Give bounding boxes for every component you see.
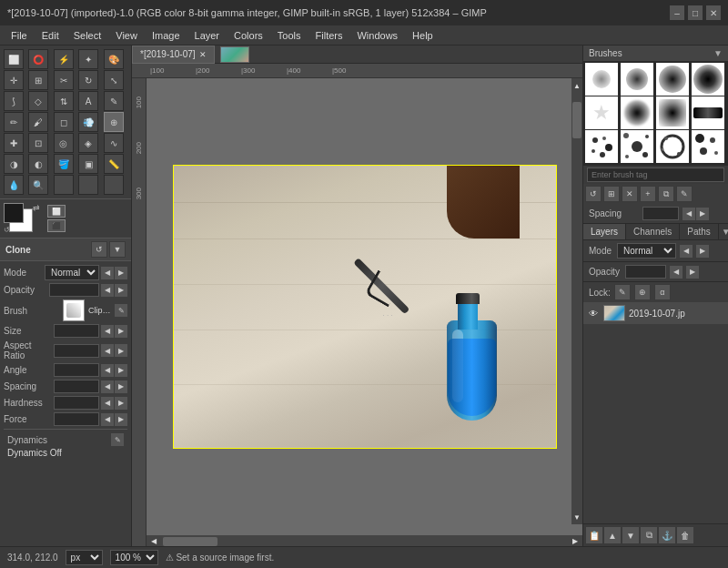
tool-path[interactable]: ✎ xyxy=(104,91,124,111)
tool-fuzzy-select[interactable]: ✦ xyxy=(78,49,98,69)
menu-windows[interactable]: Windows xyxy=(349,28,405,43)
aspect-input[interactable]: 0.00 xyxy=(54,344,99,358)
tool-options-arrow[interactable]: ▼ xyxy=(109,241,126,258)
menu-colors[interactable]: Colors xyxy=(227,28,270,43)
scrollbar-right-btn[interactable]: ▶ xyxy=(568,535,582,546)
angle-prev[interactable]: ◀ xyxy=(101,364,114,377)
menu-filters[interactable]: Filters xyxy=(308,28,350,43)
brush-item-10[interactable] xyxy=(621,130,653,163)
force-prev[interactable]: ◀ xyxy=(101,413,114,426)
tool-eraser[interactable]: ◻ xyxy=(54,112,74,132)
quick-mask-btn[interactable]: ⬜ xyxy=(47,205,66,218)
tool-blend[interactable]: ▣ xyxy=(78,154,98,174)
tool-crop[interactable]: ✂ xyxy=(54,70,74,90)
spacing-next[interactable]: ▶ xyxy=(115,380,127,393)
tool-color-picker[interactable]: 💧 xyxy=(4,175,24,195)
lock-pixels-btn[interactable]: ✎ xyxy=(614,284,631,300)
canvas-scroll[interactable]: · · · ▲ ▼ xyxy=(147,78,582,535)
brush-item-9[interactable] xyxy=(585,130,618,163)
brush-item-1[interactable] xyxy=(585,63,618,96)
brush-grid-btn[interactable]: ⊞ xyxy=(603,186,620,202)
layer-raise-btn[interactable]: ▲ xyxy=(604,527,621,543)
hardness-input[interactable]: 100.0 xyxy=(54,396,99,410)
maximize-button[interactable]: □ xyxy=(688,5,703,20)
tool-free-select[interactable]: ⚡ xyxy=(54,49,74,69)
spacing-next[interactable]: ▶ xyxy=(696,208,709,220)
layer-new-btn[interactable]: 📋 xyxy=(586,527,602,543)
menu-help[interactable]: Help xyxy=(405,28,440,43)
tool-bucket-fill[interactable]: 🪣 xyxy=(54,154,74,174)
layers-mode-select[interactable]: Normal Multiply Screen xyxy=(617,243,676,259)
dynamics-edit[interactable]: ✎ xyxy=(111,433,124,446)
tool-text[interactable]: A xyxy=(78,91,98,111)
menu-tools[interactable]: Tools xyxy=(270,28,308,43)
force-next[interactable]: ▶ xyxy=(115,413,127,426)
brush-add-btn[interactable]: + xyxy=(640,186,656,202)
brush-spacing-input[interactable]: 20.0 xyxy=(642,207,679,220)
channel-btn[interactable]: ⬛ xyxy=(47,219,66,232)
image-tab-close[interactable]: ✕ xyxy=(199,50,207,59)
tool-rect-select[interactable]: ⬜ xyxy=(4,49,24,69)
tool-dodge[interactable]: ◑ xyxy=(4,154,24,174)
layer-anchor-btn[interactable]: ⚓ xyxy=(659,527,675,543)
hardness-prev[interactable]: ◀ xyxy=(101,397,114,410)
brush-item-5[interactable]: ★ xyxy=(585,96,618,129)
tool-rotate[interactable]: ↻ xyxy=(78,70,98,90)
scrollbar-thumb-h[interactable] xyxy=(163,537,217,546)
image-tab[interactable]: *[2019-10-07] ✕ xyxy=(132,46,215,64)
force-input[interactable]: 50.0 xyxy=(54,412,99,426)
zoom-select[interactable]: 100 % 50 % 200 % xyxy=(110,550,158,565)
tool-flip[interactable]: ⇅ xyxy=(54,91,74,111)
spacing-input[interactable]: 20.0 xyxy=(54,380,99,393)
layers-opacity-input[interactable]: 100.0 xyxy=(625,265,666,279)
spacing-prev[interactable]: ◀ xyxy=(682,208,695,220)
tab-layers[interactable]: Layers xyxy=(583,224,626,239)
mode-select[interactable]: Normal Multiply Screen xyxy=(45,265,99,280)
brush-item-2[interactable] xyxy=(621,63,653,96)
mode-next[interactable]: ▶ xyxy=(115,267,127,279)
tool-zoom[interactable]: 🔍 xyxy=(28,175,48,195)
tool-sharpen[interactable]: ◈ xyxy=(78,133,98,153)
brush-item-11[interactable] xyxy=(656,130,689,163)
menu-file[interactable]: File xyxy=(4,28,35,43)
tool-perspective-clone[interactable]: ⊡ xyxy=(28,133,48,153)
brush-delete-btn[interactable]: ✕ xyxy=(622,186,638,202)
scrollbar-thumb-v[interactable] xyxy=(572,102,581,138)
layers-mode-next[interactable]: ▶ xyxy=(696,245,709,258)
menu-image[interactable]: Image xyxy=(145,28,187,43)
unit-select[interactable]: px mm in xyxy=(66,550,103,565)
size-next[interactable]: ▶ xyxy=(115,325,127,338)
tool-align[interactable]: ⊞ xyxy=(28,70,48,90)
brushes-menu-btn[interactable]: ▼ xyxy=(713,48,723,58)
tool-burn[interactable]: ◐ xyxy=(28,154,48,174)
tool-spare3[interactable] xyxy=(104,175,124,195)
scrollbar-left-btn[interactable]: ◀ xyxy=(147,535,161,546)
brush-item-4[interactable] xyxy=(692,63,724,96)
size-input[interactable]: 17.00 xyxy=(54,324,99,338)
tool-smudge[interactable]: ∿ xyxy=(104,133,124,153)
opacity-next[interactable]: ▶ xyxy=(115,284,127,297)
reset-colors-btn[interactable]: ↺ xyxy=(4,226,10,234)
brush-item-12[interactable] xyxy=(692,130,724,163)
tab-paths[interactable]: Paths xyxy=(680,224,719,239)
angle-next[interactable]: ▶ xyxy=(115,364,127,377)
menu-layer[interactable]: Layer xyxy=(187,28,228,43)
tool-move[interactable]: ✛ xyxy=(4,70,24,90)
layers-mode-prev[interactable]: ◀ xyxy=(680,245,693,258)
tool-paintbrush[interactable]: 🖌 xyxy=(28,112,48,132)
opacity-prev[interactable]: ◀ xyxy=(101,284,114,297)
tool-measure[interactable]: 📏 xyxy=(104,154,124,174)
lock-position-btn[interactable]: ⊕ xyxy=(634,284,651,300)
brush-duplicate-btn[interactable]: ⧉ xyxy=(658,186,674,202)
layer-delete-btn[interactable]: 🗑 xyxy=(677,527,693,543)
angle-input[interactable]: 0.00 xyxy=(54,363,99,377)
brush-refresh-btn[interactable]: ↺ xyxy=(585,186,602,202)
size-prev[interactable]: ◀ xyxy=(101,325,114,338)
layer-item[interactable]: 👁 2019-10-07.jp xyxy=(583,302,728,324)
tab-channels[interactable]: Channels xyxy=(626,224,680,239)
canvas-scrollbar-h[interactable]: ◀ ▶ xyxy=(147,535,582,546)
tool-options-restore[interactable]: ↺ xyxy=(91,241,107,258)
close-button[interactable]: ✕ xyxy=(706,5,721,20)
aspect-next[interactable]: ▶ xyxy=(115,344,127,357)
layers-opacity-next[interactable]: ▶ xyxy=(686,266,699,279)
